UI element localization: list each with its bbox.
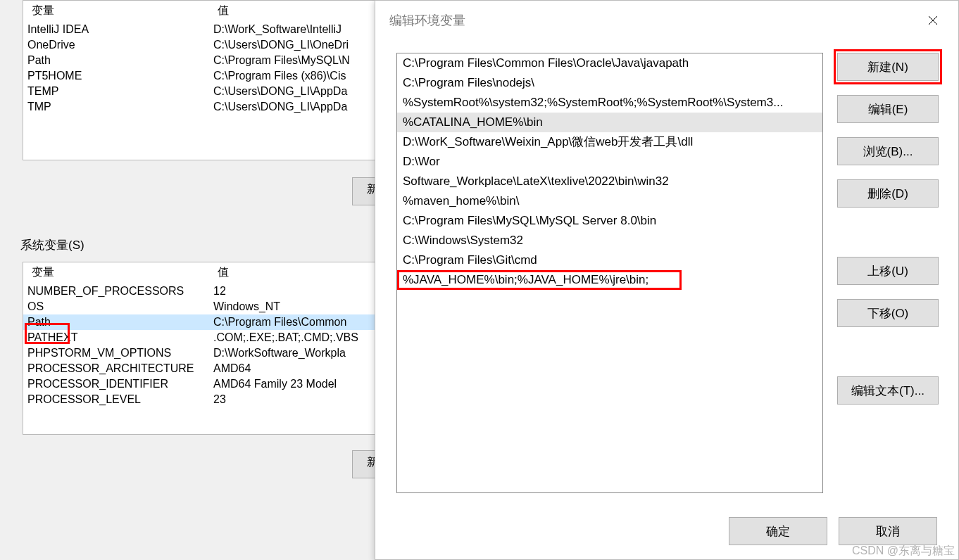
moveup-button[interactable]: 上移(U) bbox=[837, 257, 939, 285]
list-item[interactable]: %JAVA_HOME%\bin;%JAVA_HOME%\jre\bin; bbox=[397, 270, 822, 290]
edit-button[interactable]: 编辑(E) bbox=[837, 95, 939, 123]
list-item[interactable]: C:\Program Files\nodejs\ bbox=[397, 73, 822, 93]
user-header-var: 变量 bbox=[27, 2, 213, 20]
movedown-button[interactable]: 下移(O) bbox=[837, 299, 939, 327]
sys-var-name[interactable]: PHPSTORM_VM_OPTIONS bbox=[23, 345, 209, 361]
dialog-footer: 确定 取消 bbox=[396, 517, 937, 545]
user-var-name[interactable]: PT5HOME bbox=[23, 68, 209, 84]
list-item[interactable]: C:\Program Files\Common Files\Oracle\Jav… bbox=[397, 53, 822, 73]
sys-var-name[interactable]: PROCESSOR_LEVEL bbox=[23, 392, 209, 407]
list-item[interactable]: %CATALINA_HOME%\bin bbox=[397, 113, 822, 132]
sys-var-name[interactable]: PROCESSOR_IDENTIFIER bbox=[23, 376, 209, 392]
new-button[interactable]: 新建(N) bbox=[837, 53, 939, 81]
delete-button[interactable]: 删除(D) bbox=[837, 179, 939, 208]
button-column: 新建(N) 编辑(E) 浏览(B)... 删除(D) 上移(U) 下移(O) 编… bbox=[837, 53, 939, 405]
list-item[interactable]: D:\Wor bbox=[397, 152, 822, 172]
sys-header-var: 变量 bbox=[27, 264, 213, 281]
user-var-name[interactable]: TMP bbox=[23, 99, 209, 115]
sys-var-name[interactable]: PROCESSOR_ARCHITECTURE bbox=[23, 361, 209, 376]
list-item[interactable]: D:\WorK_Software\Weixin_App\微信web开发者工具\d… bbox=[397, 132, 822, 152]
user-var-name[interactable]: Path bbox=[23, 53, 209, 68]
list-item[interactable]: C:\Windows\System32 bbox=[397, 231, 822, 250]
sys-var-name[interactable]: NUMBER_OF_PROCESSORS bbox=[23, 284, 209, 299]
dialog-titlebar: 编辑环境变量 bbox=[375, 1, 958, 40]
edit-env-var-dialog: 编辑环境变量 C:\Program Files\Common Files\Ora… bbox=[375, 0, 959, 560]
user-var-name[interactable]: OneDrive bbox=[23, 37, 209, 53]
list-item[interactable]: %maven_home%\bin\ bbox=[397, 191, 822, 211]
cancel-button[interactable]: 取消 bbox=[839, 517, 937, 545]
list-item[interactable]: Software_Workplace\LateX\texlive\2022\bi… bbox=[397, 172, 822, 191]
sys-var-name[interactable]: OS bbox=[23, 299, 209, 314]
ok-button[interactable]: 确定 bbox=[729, 517, 827, 545]
user-var-name[interactable]: IntelliJ IDEA bbox=[23, 22, 209, 37]
sys-var-name[interactable]: PATHEXT bbox=[23, 330, 209, 345]
user-var-name[interactable]: TEMP bbox=[23, 84, 209, 99]
close-icon bbox=[928, 15, 938, 25]
edittext-button[interactable]: 编辑文本(T)... bbox=[837, 376, 939, 405]
browse-button[interactable]: 浏览(B)... bbox=[837, 137, 939, 165]
list-item[interactable]: %SystemRoot%\system32;%SystemRoot%;%Syst… bbox=[397, 93, 822, 113]
path-list-box[interactable]: C:\Program Files\Common Files\Oracle\Jav… bbox=[396, 53, 823, 493]
list-item[interactable]: C:\Program Files\MySQL\MySQL Server 8.0\… bbox=[397, 211, 822, 231]
close-button[interactable] bbox=[919, 6, 947, 34]
list-item[interactable]: C:\Program Files\Git\cmd bbox=[397, 250, 822, 270]
sys-var-name[interactable]: Path bbox=[23, 314, 209, 330]
system-vars-label: 系统变量(S) bbox=[20, 237, 84, 253]
dialog-title: 编辑环境变量 bbox=[389, 12, 919, 29]
